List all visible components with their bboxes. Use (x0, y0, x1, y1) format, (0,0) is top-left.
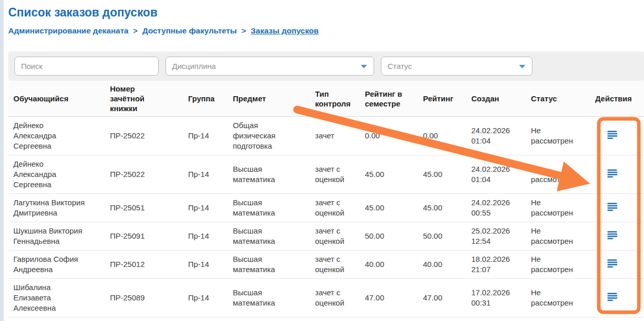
cell-created: 25.02.2026 12:54 (466, 222, 526, 251)
cell-created: 17.02.2026 (466, 317, 526, 321)
align-left-icon (608, 231, 618, 240)
table-header-row: ОбучающийсяНомер зачётной книжкиГруппаПр… (8, 81, 644, 117)
column-header-group: Группа (183, 81, 228, 117)
cell-rating: 45.00 (418, 317, 466, 321)
cell-student: Шибалина Елизавета Алексеевна (8, 279, 105, 317)
cell-record_book: ПР-25022 (105, 117, 183, 155)
row-actions-button[interactable] (606, 258, 619, 269)
cell-semester_rating: 50.00 (360, 222, 418, 251)
breadcrumb-separator: > (133, 26, 138, 36)
cell-semester_rating: 40.00 (360, 251, 418, 279)
breadcrumb-link-pass-orders[interactable]: Заказы допусков (251, 26, 319, 36)
cell-subject: Высшая математика (228, 317, 310, 321)
align-left-icon (608, 259, 618, 268)
cell-record_book: ПР-25012 (105, 251, 183, 279)
caret-down-icon (519, 65, 525, 68)
caret-down-icon (361, 65, 367, 68)
cell-actions (590, 317, 644, 321)
cell-record_book: ПР-25091 (105, 222, 183, 251)
cell-semester_rating: 45.00 (360, 155, 418, 194)
table-row: Дейнеко Александра СергеевнаПР-25022Пр-1… (8, 117, 644, 155)
cell-control_type: зачет с оценкой (310, 317, 360, 321)
cell-rating: 0.00 (418, 117, 466, 155)
breadcrumb-separator: > (242, 26, 246, 36)
column-header-control_type: Тип контроля (310, 81, 360, 117)
align-left-icon (608, 293, 618, 301)
cell-rating: 50.00 (418, 222, 466, 251)
page: Список заказов допусков Администрировани… (0, 0, 644, 321)
cell-status: Не рассмотрен (526, 279, 590, 317)
table-row: Гаврилова София АндреевнаПР-25012Пр-14Вы… (8, 251, 644, 279)
table-body: Дейнеко Александра СергеевнаПР-25022Пр-1… (8, 117, 644, 321)
column-header-status: Статус (526, 81, 590, 117)
cell-group: Пр-14 (183, 317, 228, 321)
cell-control_type: зачет с оценкой (310, 279, 360, 317)
row-actions-button[interactable] (606, 230, 619, 241)
cell-subject: Высшая математика (228, 155, 310, 194)
cell-actions (590, 222, 644, 251)
column-header-subject: Предмет (228, 81, 310, 117)
table-row: Дейнеко Александра СергеевнаПР-25022Пр-1… (8, 155, 644, 194)
discipline-select-placeholder: Дисциплина (172, 62, 216, 70)
search-input[interactable] (14, 57, 159, 76)
row-actions-button[interactable] (606, 168, 619, 179)
cell-control_type: зачет с оценкой (310, 155, 360, 194)
align-left-icon (608, 169, 618, 178)
cell-subject: Высшая математика (228, 194, 310, 222)
cell-created: 24.02.2026 00:55 (466, 194, 526, 222)
cell-created: 17.02.2026 00:31 (466, 279, 526, 317)
column-header-student: Обучающийся (8, 81, 105, 117)
cell-semester_rating: 47.00 (360, 279, 418, 317)
breadcrumb-link-dean-administration[interactable]: Администрирование деканата (8, 26, 128, 36)
cell-subject: Высшая математика (228, 279, 310, 317)
row-actions-button[interactable] (606, 292, 619, 302)
status-select[interactable]: Статус (381, 57, 532, 76)
cell-record_book: ПР-25089 (105, 279, 183, 317)
breadcrumb-link-available-faculties[interactable]: Доступные факультеты (142, 26, 237, 36)
cell-actions (590, 117, 644, 155)
cell-created: 24.02.2026 01:04 (466, 117, 526, 155)
cell-actions (590, 194, 644, 222)
cell-status: Не рассмотрен (526, 251, 590, 279)
cell-subject: Общая физическая подготовка (228, 117, 310, 155)
cell-group: Пр-14 (183, 155, 228, 194)
cell-rating: 45.00 (418, 155, 466, 194)
row-actions-button[interactable] (606, 202, 619, 212)
cell-status: Не рассмотрен (526, 222, 590, 251)
status-select-placeholder: Статус (388, 62, 412, 70)
cell-control_type: зачет с оценкой (310, 251, 360, 279)
column-header-semester_rating: Рейтинг в семестре (360, 81, 418, 117)
table-row: Шукшина Виктория ГеннадьевнаПР-25091Пр-1… (8, 222, 644, 251)
table-header: ОбучающийсяНомер зачётной книжкиГруппаПр… (8, 81, 644, 117)
cell-rating: 40.00 (418, 251, 466, 279)
cell-actions (590, 251, 644, 279)
cell-semester_rating: 45.00 (360, 194, 418, 222)
page-title: Список заказов допусков (8, 5, 644, 20)
left-edge-strip (0, 0, 4, 321)
cell-status: Не рассмотрен (526, 194, 590, 222)
cell-actions (590, 279, 644, 317)
cell-group: Пр-14 (183, 117, 228, 155)
column-header-actions: Действия (590, 81, 644, 117)
column-header-rating: Рейтинг (418, 81, 466, 117)
cell-rating: 47.00 (418, 279, 466, 317)
cell-semester_rating: 45.00 (360, 317, 418, 321)
cell-student: Лагуткина Виктория Дмитриевна (8, 194, 105, 222)
cell-actions (590, 155, 644, 194)
cell-control_type: зачет с оценкой (310, 222, 360, 251)
row-actions-button[interactable] (606, 130, 619, 140)
cell-semester_rating: 0.00 (360, 117, 418, 155)
filter-bar: Дисциплина Статус (8, 51, 644, 81)
cell-group: Пр-14 (183, 194, 228, 222)
cell-group: Пр-14 (183, 251, 228, 279)
cell-student: Гаврилова София Андреевна (8, 251, 105, 279)
cell-status: Не рассмотрен (526, 155, 590, 194)
cell-status: Не рассмотрен (526, 317, 590, 321)
table-row: Лагуткина Виктория ДмитриевнаПР-25051Пр-… (8, 194, 644, 222)
discipline-select[interactable]: Дисциплина (165, 57, 374, 76)
cell-record_book: ПР-25033 (105, 317, 183, 321)
cell-student: Ларина Виктория Сергеевна (8, 317, 105, 321)
cell-group: Пр-14 (183, 279, 228, 317)
cell-status: Не рассмотрен (526, 117, 590, 155)
cell-subject: Высшая математика (228, 251, 310, 279)
